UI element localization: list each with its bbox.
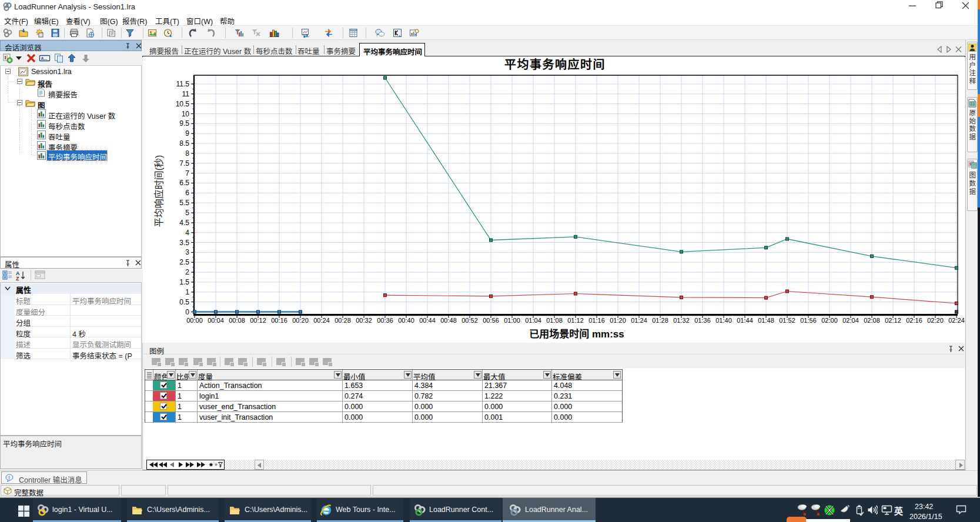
svg-text:00:16: 00:16 xyxy=(271,317,287,324)
svg-text:00:24: 00:24 xyxy=(313,317,330,324)
svg-text:00:28: 00:28 xyxy=(335,317,351,324)
svg-text:3.5: 3.5 xyxy=(179,239,189,247)
svg-text:00:12: 00:12 xyxy=(250,317,266,324)
svg-text:01:28: 01:28 xyxy=(652,317,668,324)
svg-text:11: 11 xyxy=(182,90,190,98)
svg-text:02:20: 02:20 xyxy=(927,317,944,324)
svg-text:Z: Z xyxy=(16,276,19,281)
svg-text:8.5: 8.5 xyxy=(179,139,189,148)
svg-text:01:00: 01:00 xyxy=(504,317,520,324)
svg-text:00:48: 00:48 xyxy=(440,317,457,324)
svg-text:02:12: 02:12 xyxy=(885,317,901,324)
svg-text:9: 9 xyxy=(185,129,189,138)
svg-text:2.5: 2.5 xyxy=(179,258,189,266)
svg-text:01:36: 01:36 xyxy=(694,317,711,324)
svg-text:3: 3 xyxy=(185,248,189,256)
svg-text:00:56: 00:56 xyxy=(483,317,499,324)
svg-text:0: 0 xyxy=(185,308,189,316)
svg-text:11.5: 11.5 xyxy=(176,80,190,88)
svg-text:00:52: 00:52 xyxy=(461,317,478,324)
svg-text:8: 8 xyxy=(185,149,189,158)
svg-text:02:00: 02:00 xyxy=(821,317,838,324)
svg-text:9.5: 9.5 xyxy=(179,119,189,128)
svg-text:01:40: 01:40 xyxy=(715,317,732,324)
svg-text:02:04: 02:04 xyxy=(842,317,859,324)
svg-text:6: 6 xyxy=(185,189,189,197)
svg-text:01:12: 01:12 xyxy=(567,317,584,324)
svg-text:01:44: 01:44 xyxy=(737,317,753,324)
svg-text:02:16: 02:16 xyxy=(906,317,922,324)
svg-text:01:16: 01:16 xyxy=(588,317,605,324)
svg-text:01:24: 01:24 xyxy=(631,317,647,324)
svg-text:01:08: 01:08 xyxy=(546,317,563,324)
svg-text:00:08: 00:08 xyxy=(229,317,245,324)
svg-text:02:08: 02:08 xyxy=(864,317,880,324)
svg-text:4: 4 xyxy=(185,229,189,237)
svg-text:6.5: 6.5 xyxy=(179,179,189,187)
svg-text:00:20: 00:20 xyxy=(292,317,309,324)
svg-text:5.5: 5.5 xyxy=(179,199,189,207)
svg-text:平均事务响应时间: 平均事务响应时间 xyxy=(504,58,606,71)
svg-text:01:20: 01:20 xyxy=(610,317,626,324)
svg-text:7: 7 xyxy=(185,169,189,178)
svg-text:01:04: 01:04 xyxy=(525,317,541,324)
svg-text:4.5: 4.5 xyxy=(179,219,189,227)
svg-text:1: 1 xyxy=(185,288,189,296)
svg-text:平均响应时间(秒): 平均响应时间(秒) xyxy=(153,155,164,227)
svg-text:2: 2 xyxy=(185,268,189,276)
svg-text:00:00: 00:00 xyxy=(186,317,203,324)
svg-text:00:36: 00:36 xyxy=(377,317,393,324)
svg-text:01:52: 01:52 xyxy=(779,317,795,324)
svg-text:已用场景时间 mm:ss: 已用场景时间 mm:ss xyxy=(529,328,624,340)
svg-text:0.5: 0.5 xyxy=(179,298,189,306)
svg-text:01:56: 01:56 xyxy=(800,317,817,324)
svg-text:!: ! xyxy=(8,475,10,480)
svg-text:1.5: 1.5 xyxy=(179,278,189,286)
svg-text:00:32: 00:32 xyxy=(356,317,372,324)
svg-text:00:44: 00:44 xyxy=(419,317,436,324)
svg-text:00:04: 00:04 xyxy=(208,317,224,324)
svg-text:10.5: 10.5 xyxy=(176,100,190,108)
svg-text:02:24: 02:24 xyxy=(948,317,965,324)
svg-text:00:40: 00:40 xyxy=(398,317,414,324)
svg-text:01:32: 01:32 xyxy=(673,317,690,324)
svg-text:A...: A... xyxy=(41,56,48,61)
svg-text:A: A xyxy=(16,270,20,276)
svg-text:7.5: 7.5 xyxy=(179,159,189,168)
svg-text:10: 10 xyxy=(182,110,190,118)
svg-text:5: 5 xyxy=(185,209,189,217)
svg-text:01:48: 01:48 xyxy=(758,317,774,324)
